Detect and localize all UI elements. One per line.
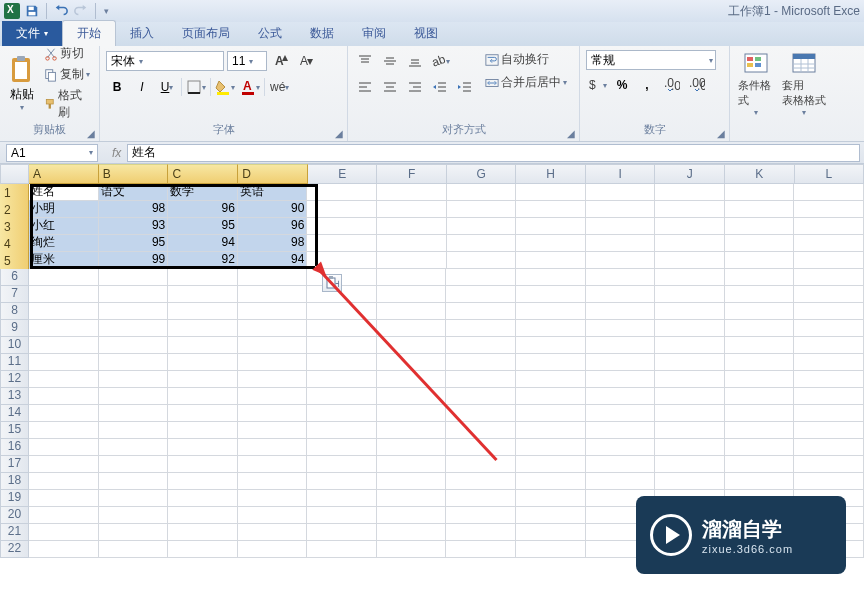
row-header[interactable]: 9 (0, 320, 29, 337)
orientation-icon[interactable]: ab▾ (429, 50, 451, 72)
cell[interactable] (655, 252, 725, 269)
row-header[interactable]: 15 (0, 422, 29, 439)
cell[interactable] (99, 541, 169, 558)
cell[interactable] (794, 252, 864, 269)
cell[interactable] (29, 405, 99, 422)
cell[interactable] (168, 541, 238, 558)
cell[interactable] (29, 371, 99, 388)
cell[interactable] (307, 371, 377, 388)
cell[interactable] (725, 252, 795, 269)
cell[interactable] (29, 439, 99, 456)
align-middle-icon[interactable] (379, 50, 401, 72)
phonetic-icon[interactable]: wén▾ (268, 76, 290, 98)
cell[interactable] (168, 303, 238, 320)
cell[interactable] (794, 218, 864, 235)
cell[interactable] (794, 422, 864, 439)
cell[interactable] (516, 286, 586, 303)
cell[interactable] (307, 354, 377, 371)
cell[interactable] (377, 439, 447, 456)
cell[interactable] (655, 337, 725, 354)
underline-icon[interactable]: U▾ (156, 76, 178, 98)
cell[interactable] (446, 286, 516, 303)
cell[interactable] (238, 524, 308, 541)
cell[interactable] (586, 371, 656, 388)
col-header[interactable]: L (795, 164, 865, 184)
row-header[interactable]: 21 (0, 524, 29, 541)
cell[interactable] (655, 303, 725, 320)
cell[interactable]: 92 (168, 252, 238, 269)
cell[interactable] (516, 507, 586, 524)
cell[interactable] (586, 337, 656, 354)
cell[interactable] (447, 184, 517, 201)
cell[interactable] (29, 269, 99, 286)
inc-decimal-icon[interactable]: .0.00 (661, 74, 683, 96)
cell[interactable] (238, 473, 308, 490)
cell[interactable] (307, 422, 377, 439)
grow-font-icon[interactable]: A▴ (270, 50, 292, 72)
cell[interactable] (446, 354, 516, 371)
cell[interactable] (586, 456, 656, 473)
cell[interactable]: 96 (238, 218, 308, 235)
cell[interactable] (29, 337, 99, 354)
cell[interactable] (446, 320, 516, 337)
wrap-text-button[interactable]: 自动换行 (482, 50, 570, 69)
cell[interactable] (99, 286, 169, 303)
cell[interactable]: 96 (168, 201, 238, 218)
cell[interactable] (29, 541, 99, 558)
cell[interactable] (99, 320, 169, 337)
cell[interactable] (168, 388, 238, 405)
italic-icon[interactable]: I (131, 76, 153, 98)
row-header[interactable]: 13 (0, 388, 29, 405)
cell[interactable] (377, 252, 447, 269)
align-bottom-icon[interactable] (404, 50, 426, 72)
cell[interactable] (655, 456, 725, 473)
cell[interactable] (307, 201, 377, 218)
cell[interactable] (307, 218, 377, 235)
row-header[interactable]: 10 (0, 337, 29, 354)
cell[interactable] (586, 354, 656, 371)
align-top-icon[interactable] (354, 50, 376, 72)
cell[interactable] (307, 184, 377, 201)
indent-dec-icon[interactable] (429, 76, 451, 98)
cell[interactable] (725, 184, 795, 201)
col-header[interactable]: D (238, 164, 308, 184)
cell[interactable] (516, 184, 586, 201)
cell[interactable] (377, 337, 447, 354)
cell[interactable] (446, 388, 516, 405)
cell[interactable] (446, 269, 516, 286)
cell[interactable] (99, 473, 169, 490)
cell[interactable] (99, 456, 169, 473)
cell[interactable] (29, 456, 99, 473)
cell[interactable] (447, 235, 517, 252)
cell[interactable] (794, 371, 864, 388)
cell[interactable] (29, 422, 99, 439)
cell[interactable] (168, 405, 238, 422)
cell[interactable] (377, 286, 447, 303)
cell[interactable] (725, 354, 795, 371)
cell[interactable]: 90 (238, 201, 308, 218)
cell[interactable] (586, 218, 656, 235)
cell[interactable] (377, 218, 447, 235)
cell[interactable] (725, 337, 795, 354)
cell[interactable] (307, 541, 377, 558)
format-painter-button[interactable]: 格式刷 (41, 86, 93, 122)
cell[interactable] (307, 456, 377, 473)
cell[interactable] (516, 490, 586, 507)
cell[interactable] (446, 337, 516, 354)
cell[interactable]: 英语 (238, 184, 308, 201)
cell[interactable] (377, 473, 447, 490)
formula-input[interactable]: 姓名 (127, 144, 860, 162)
fx-icon[interactable]: fx (112, 146, 121, 160)
cell[interactable] (655, 235, 725, 252)
cell[interactable] (794, 269, 864, 286)
cell[interactable] (586, 286, 656, 303)
cell[interactable] (655, 320, 725, 337)
cell[interactable] (655, 473, 725, 490)
tab-file[interactable]: 文件▾ (2, 21, 62, 46)
cell[interactable] (516, 524, 586, 541)
cell[interactable] (725, 235, 795, 252)
cell[interactable] (307, 524, 377, 541)
cell[interactable] (516, 337, 586, 354)
cell[interactable]: 99 (99, 252, 169, 269)
align-launcher-icon[interactable]: ◢ (565, 127, 577, 139)
